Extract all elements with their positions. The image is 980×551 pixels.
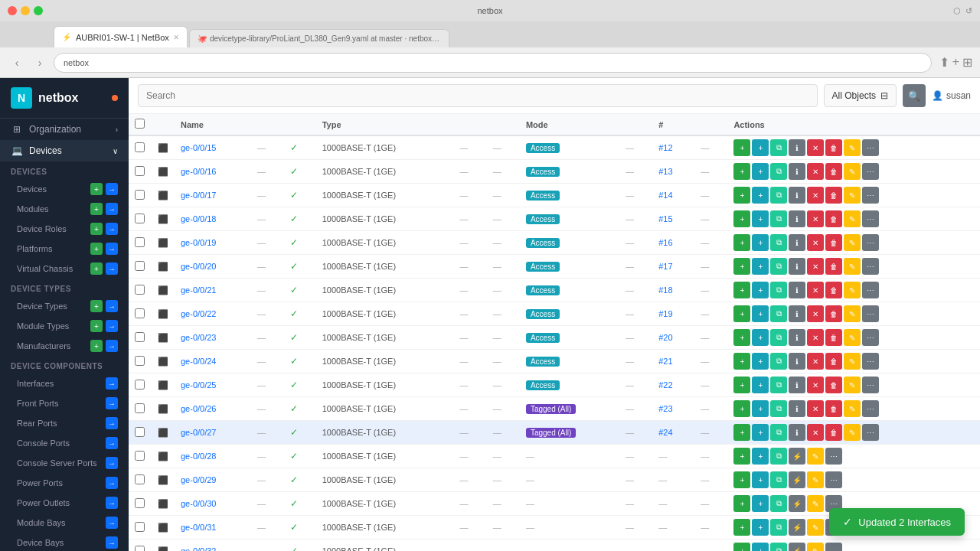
add2-action-btn[interactable]: + xyxy=(752,282,769,298)
copy-action-btn[interactable]: ⧉ xyxy=(770,187,787,204)
add-action-btn[interactable]: + xyxy=(733,139,750,156)
add2-action-btn[interactable]: + xyxy=(752,139,769,156)
delete-action-btn[interactable]: 🗑 xyxy=(825,377,842,393)
interface-hash[interactable]: #14 xyxy=(652,184,694,207)
interface-hash[interactable]: #19 xyxy=(652,302,694,326)
add-action-btn[interactable]: + xyxy=(733,543,750,551)
interface-name-link[interactable]: ge-0/0/15 xyxy=(181,143,216,152)
copy-action-btn[interactable]: ⧉ xyxy=(770,163,787,180)
disconnect-action-btn[interactable]: ✕ xyxy=(807,187,824,204)
copy-action-btn[interactable]: ⧉ xyxy=(770,210,787,227)
disconnect-action-btn[interactable]: ✕ xyxy=(807,377,824,393)
more-action-btn[interactable]: ⋯ xyxy=(862,305,879,322)
more-action-btn[interactable]: ⋯ xyxy=(825,543,842,551)
device-bays-nav-btn[interactable]: → xyxy=(106,536,118,549)
modules-nav-btn[interactable]: → xyxy=(106,203,118,215)
sidebar-item-front-ports[interactable]: Front Ports → xyxy=(0,393,129,413)
module-types-add-btn[interactable]: + xyxy=(90,320,103,332)
module-types-nav-btn[interactable]: → xyxy=(106,320,118,332)
interface-name-link[interactable]: ge-0/0/24 xyxy=(181,357,216,366)
add-action-btn[interactable]: + xyxy=(733,163,750,180)
row-checkbox[interactable] xyxy=(135,427,145,437)
disconnect-action-btn[interactable]: ✕ xyxy=(807,329,824,346)
row-checkbox[interactable] xyxy=(135,285,145,295)
disconnect-action-btn[interactable]: ✕ xyxy=(807,305,824,322)
row-checkbox[interactable] xyxy=(135,522,145,532)
more-action-btn[interactable]: ⋯ xyxy=(862,377,879,393)
info-action-btn[interactable]: ℹ xyxy=(789,377,805,393)
front-ports-nav-btn[interactable]: → xyxy=(106,397,118,409)
device-roles-nav-btn[interactable]: → xyxy=(106,223,118,235)
forward-button[interactable]: › xyxy=(31,54,49,72)
delete-action-btn[interactable]: 🗑 xyxy=(825,163,842,180)
minimize-button[interactable] xyxy=(21,6,30,15)
info-action-btn[interactable]: ℹ xyxy=(789,282,805,298)
edit-action-btn[interactable]: ✎ xyxy=(844,400,861,417)
sidebar-item-devices[interactable]: 💻 Devices ∨ xyxy=(0,140,129,161)
info-action-btn[interactable]: ℹ xyxy=(789,139,805,156)
delete-action-btn[interactable]: 🗑 xyxy=(825,234,842,251)
sidebar-item-power-ports[interactable]: Power Ports → xyxy=(0,473,129,493)
cable-action-btn[interactable]: ⚡ xyxy=(789,471,805,488)
disconnect-action-btn[interactable]: ✕ xyxy=(807,139,824,156)
add2-action-btn[interactable]: + xyxy=(752,495,769,512)
delete-action-btn[interactable]: 🗑 xyxy=(825,353,842,370)
sidebar-item-device-roles[interactable]: Device Roles + → xyxy=(0,219,129,239)
interface-hash[interactable]: #23 xyxy=(652,397,694,421)
add2-action-btn[interactable]: + xyxy=(752,187,769,204)
rear-ports-nav-btn[interactable]: → xyxy=(106,417,118,429)
device-types-nav-btn[interactable]: → xyxy=(106,300,118,312)
sidebar-item-console-ports[interactable]: Console Ports → xyxy=(0,433,129,453)
row-checkbox[interactable] xyxy=(135,214,145,223)
search-input[interactable] xyxy=(138,84,818,107)
disconnect-action-btn[interactable]: ✕ xyxy=(807,282,824,298)
more-action-btn[interactable]: ⋯ xyxy=(862,210,879,227)
disconnect-action-btn[interactable]: ✕ xyxy=(807,234,824,251)
disconnect-action-btn[interactable]: ✕ xyxy=(807,163,824,180)
interface-name-link[interactable]: ge-0/0/26 xyxy=(181,404,216,413)
user-menu[interactable]: 👤 susan xyxy=(932,90,971,101)
interface-hash[interactable]: #18 xyxy=(652,279,694,302)
console-ports-nav-btn[interactable]: → xyxy=(106,437,118,449)
row-checkbox[interactable] xyxy=(135,380,145,390)
sidebar-item-organization[interactable]: ⊞ Organization › xyxy=(0,119,129,140)
search-button[interactable]: 🔍 xyxy=(903,84,926,107)
edit-action-btn[interactable]: ✎ xyxy=(844,377,861,393)
add-action-btn[interactable]: + xyxy=(733,495,750,512)
row-checkbox[interactable] xyxy=(135,142,145,152)
interface-hash[interactable]: #20 xyxy=(652,326,694,350)
tab-2[interactable]: 🐙 devicetype-library/ProLiant_DL380_Gen9… xyxy=(189,29,449,47)
row-checkbox[interactable] xyxy=(135,308,145,318)
manufacturers-nav-btn[interactable]: → xyxy=(106,340,118,352)
more-action-btn[interactable]: ⋯ xyxy=(862,282,879,298)
interface-name-link[interactable]: ge-0/0/27 xyxy=(181,428,216,437)
info-action-btn[interactable]: ℹ xyxy=(789,424,805,441)
edit-action-btn[interactable]: ✎ xyxy=(807,543,824,551)
sidebar-item-manufacturers[interactable]: Manufacturers + → xyxy=(0,336,129,356)
info-action-btn[interactable]: ℹ xyxy=(789,234,805,251)
edit-action-btn[interactable]: ✎ xyxy=(844,139,861,156)
module-bays-nav-btn[interactable]: → xyxy=(106,517,118,529)
edit-action-btn[interactable]: ✎ xyxy=(844,163,861,180)
row-checkbox[interactable] xyxy=(135,261,145,271)
info-action-btn[interactable]: ℹ xyxy=(789,258,805,275)
info-action-btn[interactable]: ℹ xyxy=(789,353,805,370)
edit-action-btn[interactable]: ✎ xyxy=(844,424,861,441)
delete-action-btn[interactable]: 🗑 xyxy=(825,400,842,417)
add-action-btn[interactable]: + xyxy=(733,471,750,488)
sidebar-item-rear-ports[interactable]: Rear Ports → xyxy=(0,413,129,433)
copy-action-btn[interactable]: ⧉ xyxy=(770,329,787,346)
sidebar-item-device-bays[interactable]: Device Bays → xyxy=(0,533,129,551)
more-action-btn[interactable]: ⋯ xyxy=(825,448,842,465)
interface-name-link[interactable]: ge-0/0/18 xyxy=(181,214,216,223)
disconnect-action-btn[interactable]: ✕ xyxy=(807,400,824,417)
close-button[interactable] xyxy=(8,6,17,15)
console-server-ports-nav-btn[interactable]: → xyxy=(106,457,118,469)
delete-action-btn[interactable]: 🗑 xyxy=(825,210,842,227)
add-tab-icon[interactable]: + xyxy=(952,55,959,70)
sidebar-item-console-server-ports[interactable]: Console Server Ports → xyxy=(0,453,129,473)
add-action-btn[interactable]: + xyxy=(733,353,750,370)
cable-action-btn[interactable]: ⚡ xyxy=(789,495,805,512)
edit-action-btn[interactable]: ✎ xyxy=(844,305,861,322)
interface-name-link[interactable]: ge-0/0/31 xyxy=(181,523,216,532)
